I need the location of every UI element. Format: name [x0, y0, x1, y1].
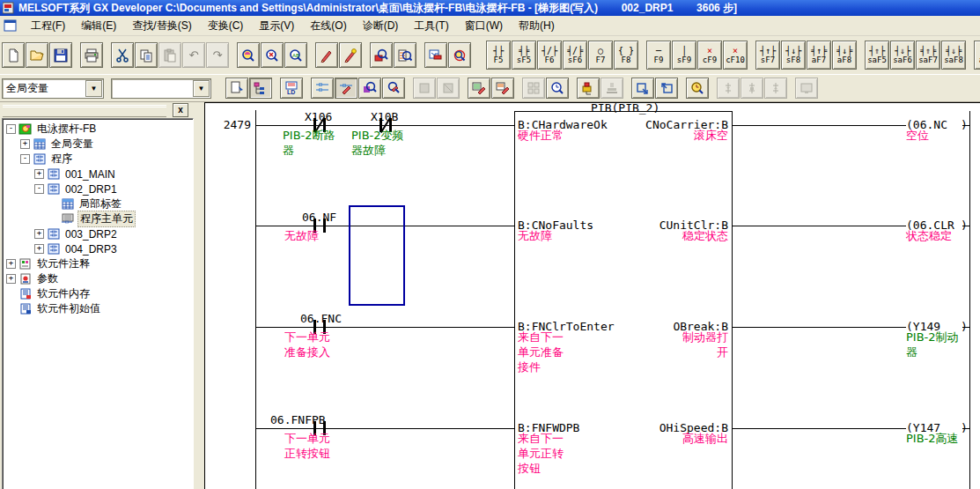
menu-find-replace[interactable]: 查找/替换(S): [124, 16, 199, 36]
step-execution-3-button[interactable]: [764, 78, 787, 99]
menu-tools[interactable]: 工具(T): [406, 16, 456, 36]
open-button[interactable]: [26, 42, 48, 68]
replace-string-button[interactable]: [339, 42, 362, 68]
project-tree-toggle-button[interactable]: [249, 78, 272, 99]
menu-diagnostics[interactable]: 诊断(D): [355, 16, 407, 36]
mdi-child-icon[interactable]: [4, 19, 18, 33]
expander-icon[interactable]: +: [6, 274, 16, 284]
ladder-instruction-button[interactable]: { }F8: [614, 41, 638, 70]
trace-button[interactable]: [577, 78, 600, 99]
menu-project[interactable]: 工程(F): [23, 16, 73, 36]
contact-device-label[interactable]: X106: [305, 110, 332, 123]
print-button[interactable]: [80, 42, 103, 68]
expander-icon[interactable]: +: [6, 259, 16, 269]
program-check-button[interactable]: [546, 78, 569, 99]
tree-item-program-main-unit[interactable]: 程序主单元: [4, 211, 193, 226]
monitor-write-mode-button[interactable]: [382, 78, 405, 99]
ladder-symbol-mode-button[interactable]: [311, 78, 334, 99]
ladder-closed-branch-button[interactable]: ╡/╞sF6: [563, 41, 587, 70]
tree-item-002-drp1[interactable]: - 002_DRP1: [4, 182, 193, 196]
paste-button[interactable]: [158, 42, 181, 68]
find-string-button[interactable]: AB: [284, 42, 307, 68]
tree-item-device-comment[interactable]: + 软元件注释: [4, 256, 193, 271]
tree-item-003-drp2[interactable]: + 003_DRP2: [4, 226, 193, 241]
ladder-rising-pulse-ne-button[interactable]: ┤⇑├saF5: [865, 41, 889, 70]
tree-item-device-memory[interactable]: 软元件内存: [4, 286, 193, 301]
remote-monitor-button[interactable]: [795, 78, 818, 99]
device-test-2-button[interactable]: [437, 78, 460, 99]
ladder-hline-delete-button[interactable]: ×cF9: [697, 41, 722, 70]
list-of-used-device-button[interactable]: [394, 42, 416, 68]
find-button[interactable]: [237, 42, 260, 68]
label-combo-arrow-icon[interactable]: ▼: [193, 80, 210, 97]
step-execution-1-button[interactable]: [717, 78, 740, 99]
find-circuit-button[interactable]: [448, 42, 471, 68]
expander-icon[interactable]: -: [20, 154, 30, 164]
ladder-open-branch-button[interactable]: ╡╞sF5: [512, 41, 536, 70]
contact-device-label[interactable]: X10B: [371, 110, 398, 123]
cut-button[interactable]: [111, 42, 134, 68]
sampling-stamp-button[interactable]: [601, 78, 623, 99]
copy-button[interactable]: [135, 42, 158, 68]
edit-cursor[interactable]: [349, 205, 405, 306]
write-mode-button[interactable]: [335, 78, 357, 99]
replace-device-button[interactable]: [315, 42, 338, 68]
ladder-rising-pulse-button[interactable]: ┤↑├sF7: [755, 41, 780, 70]
find-device-button[interactable]: [261, 42, 284, 68]
ladder-rising-branch-button[interactable]: ╡↑╞aF7: [807, 41, 831, 70]
undo-button[interactable]: ↶: [182, 42, 205, 68]
ladder-falling-pulse-button[interactable]: ┤↓├sF8: [781, 41, 806, 70]
comment-edit-button[interactable]: [468, 78, 490, 99]
tree-item-001-main[interactable]: + 001_MAIN: [4, 167, 193, 182]
new-button[interactable]: [2, 42, 25, 68]
macro-ladder-button[interactable]: LD: [280, 78, 303, 99]
contact-device-label[interactable]: 06.FNC: [300, 312, 342, 325]
redo-button[interactable]: ↷: [206, 42, 229, 68]
tree-item-device-initial-value[interactable]: 软元件初始值: [4, 301, 193, 316]
cross-reference-button[interactable]: [370, 42, 393, 68]
tree-item-project-root[interactable]: - 电泳摆杆-FB: [4, 122, 193, 137]
tree-item-program[interactable]: - 程序: [4, 152, 193, 167]
contact-device-label[interactable]: 06.NF: [302, 211, 336, 224]
ladder-open-contact-button[interactable]: ┤├F5: [486, 41, 511, 70]
ladder-vline-delete-button[interactable]: ×cF10: [723, 41, 748, 70]
tree-item-global-vars[interactable]: + 全局变量: [4, 137, 193, 152]
ladder-falling-pulse-ne-button[interactable]: ┤⇓├saF6: [890, 41, 915, 70]
scope-combo[interactable]: 全局变量 ▼: [2, 78, 104, 99]
window-previous-button[interactable]: [631, 78, 654, 99]
dock-grip[interactable]: [3, 105, 166, 119]
time-chart-button[interactable]: [686, 78, 709, 99]
save-button[interactable]: [49, 42, 72, 68]
expander-icon[interactable]: -: [34, 184, 44, 194]
contact-device-label[interactable]: 06.FNFPB: [270, 413, 326, 426]
project-data-copy-button[interactable]: [424, 42, 447, 68]
tree-item-004-drp3[interactable]: + 004_DRP3: [4, 241, 193, 256]
menu-online[interactable]: 在线(O): [302, 16, 354, 36]
expander-icon[interactable]: +: [20, 139, 30, 149]
note-edit-button[interactable]: [522, 78, 545, 99]
ladder-hline-button[interactable]: ─F9: [646, 41, 671, 70]
expander-icon[interactable]: +: [34, 169, 44, 179]
tree-item-local-labels[interactable]: 局部标签: [4, 196, 193, 211]
ladder-vline-button[interactable]: │sF9: [672, 41, 696, 70]
statement-edit-button[interactable]: ;: [491, 78, 514, 99]
device-test-1-button[interactable]: [413, 78, 436, 99]
menu-view[interactable]: 显示(V): [251, 16, 302, 36]
scope-combo-arrow-icon[interactable]: ▼: [85, 80, 102, 97]
dock-close-button[interactable]: x: [173, 103, 188, 117]
menu-edit[interactable]: 编辑(E): [73, 16, 124, 36]
ladder-closed-contact-button[interactable]: ┤/├F6: [537, 41, 562, 70]
expander-icon[interactable]: +: [34, 229, 44, 239]
monitor-mode-button[interactable]: [358, 78, 381, 99]
ladder-editor[interactable]: PIB(PIB_2) 2479 X106 X10B PIB-2断路器 PIB-2…: [204, 102, 980, 489]
ladder-rising-branch-ne-button[interactable]: ╡⇑╞saF7: [916, 41, 940, 70]
ladder-falling-branch-button[interactable]: ╡↓╞aF8: [832, 41, 857, 70]
menu-help[interactable]: 帮助(H): [511, 16, 563, 36]
menu-convert[interactable]: 变换(C): [200, 16, 252, 36]
menu-window[interactable]: 窗口(W): [457, 16, 511, 36]
ladder-invert-rising-button[interactable]: ↑aF5: [974, 41, 980, 70]
ladder-falling-branch-ne-button[interactable]: ╡⇓╞saF8: [941, 41, 966, 70]
comment-display-button[interactable]: [225, 78, 248, 99]
window-next-button[interactable]: [655, 78, 678, 99]
ladder-coil-button[interactable]: ◯F7: [588, 41, 613, 70]
